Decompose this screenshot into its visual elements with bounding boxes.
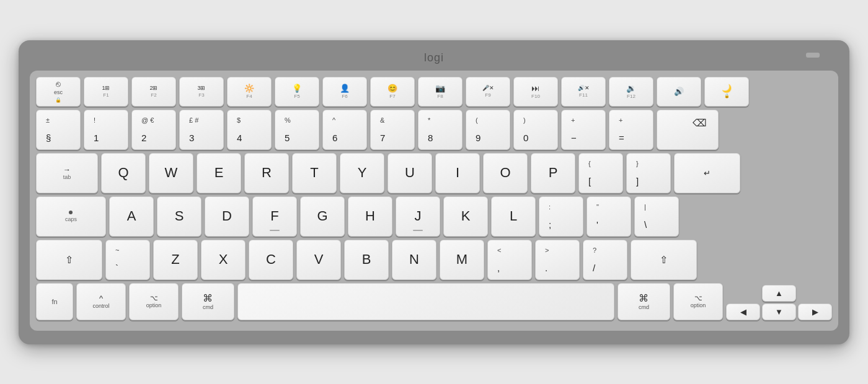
status-led	[806, 53, 820, 58]
key-f12[interactable]: 🔉 F12	[609, 77, 653, 107]
key-arrow-down[interactable]: ▼	[762, 303, 796, 320]
key-lbracket[interactable]: { [	[578, 153, 623, 193]
key-j[interactable]: J	[396, 196, 440, 237]
key-r[interactable]: R	[244, 153, 289, 193]
key-i[interactable]: I	[435, 153, 480, 193]
keyboard: logi ⎋ esc 🔒 1⊞ F1 2⊞ F2	[19, 40, 849, 344]
key-f3[interactable]: 3⊞ F3	[179, 77, 224, 107]
key-m[interactable]: M	[440, 240, 484, 280]
key-f6[interactable]: 👤 F6	[322, 77, 367, 107]
key-l[interactable]: L	[491, 196, 536, 237]
key-5[interactable]: % 5	[275, 110, 319, 150]
key-1[interactable]: ! 1	[84, 110, 128, 150]
number-row: ± § ! 1 @ € 2 £ # 3	[36, 110, 832, 150]
key-o[interactable]: O	[483, 153, 528, 193]
zxcv-row: ⇧ ~ ` Z X C V B N M < , >	[36, 240, 832, 280]
key-backtick[interactable]: ± §	[36, 110, 81, 150]
key-p[interactable]: P	[531, 153, 575, 193]
key-k[interactable]: K	[443, 196, 488, 237]
key-f10[interactable]: ⏭ F10	[513, 77, 558, 107]
key-equals[interactable]: + =	[609, 110, 653, 150]
key-return[interactable]: ↵	[674, 153, 740, 193]
fn-row: ⎋ esc 🔒 1⊞ F1 2⊞ F2 3⊞	[36, 77, 832, 107]
arrow-bottom-row: ◀ ▼ ▶	[726, 303, 832, 320]
key-tab[interactable]: → tab	[36, 153, 98, 193]
key-g[interactable]: G	[300, 196, 345, 237]
key-w[interactable]: W	[149, 153, 193, 193]
key-space[interactable]	[237, 283, 614, 320]
logo-bar: logi	[30, 51, 838, 64]
key-f9[interactable]: 🎤✕ F9	[466, 77, 510, 107]
arrows-cluster: ▲ ◀ ▼ ▶	[726, 285, 832, 320]
key-9[interactable]: ( 9	[466, 110, 510, 150]
key-option-right[interactable]: ⌥ option	[673, 283, 723, 320]
key-fn[interactable]: fn	[36, 283, 73, 320]
key-z[interactable]: Z	[153, 240, 198, 280]
key-u[interactable]: U	[388, 153, 432, 193]
key-tilde[interactable]: ~ `	[105, 240, 150, 280]
key-f4[interactable]: 🔆 F4	[227, 77, 272, 107]
key-f[interactable]: F	[252, 196, 297, 237]
key-slash[interactable]: ? /	[583, 240, 627, 280]
key-esc[interactable]: ⎋ esc 🔒	[36, 77, 81, 107]
key-f5[interactable]: 💡 F5	[275, 77, 319, 107]
key-minus[interactable]: + −	[561, 110, 606, 150]
key-n[interactable]: N	[392, 240, 436, 280]
key-3[interactable]: £ # 3	[179, 110, 224, 150]
key-f13[interactable]: 🔊	[657, 77, 701, 107]
asdf-row: caps A S D F G H J K L : ;	[36, 196, 832, 237]
key-b[interactable]: B	[344, 240, 389, 280]
key-quote[interactable]: " '	[587, 196, 631, 237]
key-arrow-up[interactable]: ▲	[762, 285, 796, 302]
key-c[interactable]: C	[249, 240, 293, 280]
key-e[interactable]: E	[197, 153, 241, 193]
key-4[interactable]: $ 4	[227, 110, 272, 150]
key-a[interactable]: A	[109, 196, 154, 237]
key-x[interactable]: X	[201, 240, 246, 280]
key-period[interactable]: > .	[535, 240, 580, 280]
key-f2[interactable]: 2⊞ F2	[131, 77, 176, 107]
bottom-row: fn ^ control ⌥ option ⌘ cmd	[36, 283, 832, 320]
key-moon[interactable]: 🌙 🔒	[704, 77, 749, 107]
key-s[interactable]: S	[157, 196, 202, 237]
key-option-left[interactable]: ⌥ option	[129, 283, 179, 320]
key-q[interactable]: Q	[101, 153, 146, 193]
key-d[interactable]: D	[205, 196, 249, 237]
key-2[interactable]: @ € 2	[131, 110, 176, 150]
key-6[interactable]: ^ 6	[322, 110, 367, 150]
key-backslash[interactable]: | \	[634, 196, 679, 237]
key-f8[interactable]: 📷 F8	[418, 77, 463, 107]
brand-logo: logi	[424, 51, 444, 64]
key-v[interactable]: V	[296, 240, 341, 280]
key-rbracket[interactable]: } ]	[626, 153, 671, 193]
key-arrow-right[interactable]: ▶	[798, 303, 832, 320]
key-caps-lock[interactable]: caps	[36, 196, 106, 237]
key-f11[interactable]: 🔊✕ F11	[561, 77, 606, 107]
key-comma[interactable]: < ,	[487, 240, 532, 280]
key-shift-right[interactable]: ⇧	[631, 240, 697, 280]
key-8[interactable]: * 8	[418, 110, 463, 150]
key-0[interactable]: ) 0	[513, 110, 558, 150]
key-t[interactable]: T	[292, 153, 337, 193]
key-cmd-left[interactable]: ⌘ cmd	[182, 283, 234, 320]
key-control[interactable]: ^ control	[76, 283, 126, 320]
qwerty-row: → tab Q W E R T Y U I O P { [ }	[36, 153, 832, 193]
key-f1[interactable]: 1⊞ F1	[84, 77, 128, 107]
key-arrow-left[interactable]: ◀	[726, 303, 760, 320]
key-semicolon[interactable]: : ;	[539, 196, 583, 237]
key-h[interactable]: H	[348, 196, 392, 237]
key-y[interactable]: Y	[340, 153, 384, 193]
key-7[interactable]: & 7	[370, 110, 415, 150]
key-backspace[interactable]: ⌫	[657, 110, 719, 150]
key-cmd-right[interactable]: ⌘ cmd	[618, 283, 670, 320]
keyboard-body: ⎋ esc 🔒 1⊞ F1 2⊞ F2 3⊞	[30, 71, 838, 331]
arrow-up-container: ▲	[726, 285, 832, 302]
key-shift-left[interactable]: ⇧	[36, 240, 102, 280]
key-f7[interactable]: 😊 F7	[370, 77, 415, 107]
